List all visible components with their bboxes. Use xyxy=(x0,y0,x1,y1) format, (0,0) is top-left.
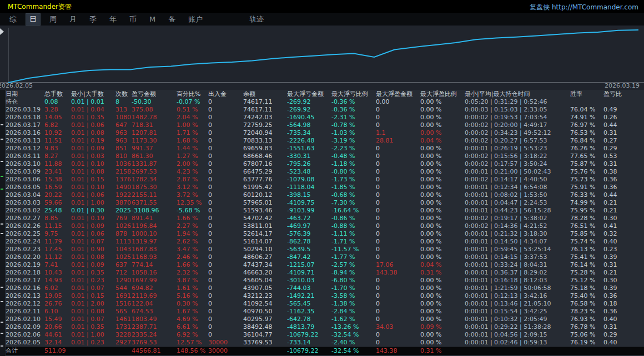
cell: 0.39 xyxy=(603,253,644,261)
cell: 0.01 | 0.08 xyxy=(71,308,115,316)
table-row-2026.02.12[interactable]: 2026.02.1226.760.01 | 2.001516122.040.30… xyxy=(6,300,644,308)
column-header-8: 最大浮亏金额 xyxy=(287,90,331,98)
cell: 3870 xyxy=(115,199,132,207)
cell xyxy=(465,347,570,355)
cell: 2026.03.12 xyxy=(6,145,44,152)
cell: 861.30 xyxy=(132,152,177,160)
cell: 0:00:01 | 0:12:13 | 3:42:16 xyxy=(465,292,570,300)
cell: 851 xyxy=(115,145,132,152)
cell: 0.01 | 0.06 xyxy=(71,191,115,199)
table-row-2026.03.18[interactable]: 2026.03.1814.050.01 | 0.3510801482.782.0… xyxy=(6,114,644,121)
table-row-2026.03.06[interactable]: 2026.03.0615.380.01 | 0.1513761782.342.8… xyxy=(6,176,644,184)
cell: 544 xyxy=(115,284,132,292)
cell: 75.28 % xyxy=(570,269,603,277)
table-row-2026.03.16[interactable]: 2026.03.1610.920.01 | 0.089631207.811.71… xyxy=(6,129,644,137)
cell: 5.16 % xyxy=(177,292,208,300)
cell: 0 xyxy=(376,246,420,253)
cell: 0.39 xyxy=(603,284,644,292)
table-row-2026.02.27[interactable]: 2026.02.278.850.01 | 0.19769891.411.66 %… xyxy=(6,215,644,222)
cell: 0 xyxy=(208,253,243,261)
table-row-2026.02.16[interactable]: 2026.02.166.020.01 | 0.07544694.821.61 %… xyxy=(6,284,644,292)
table-row-2026.02.26[interactable]: 2026.02.2611.150.01 | 0.0910261196.842.2… xyxy=(6,222,644,230)
cell: 0 xyxy=(208,98,243,106)
menu-item-轨迹[interactable]: 轨迹 xyxy=(246,14,267,25)
table-row-2026.02.25[interactable]: 2026.02.259.750.01 | 0.068781000.101.94 … xyxy=(6,230,644,238)
cell: 2026.03.13 xyxy=(6,137,44,145)
cell: 891.41 xyxy=(132,215,177,222)
cell: -0.68 % xyxy=(331,191,376,199)
menu-item-币[interactable]: 币 xyxy=(126,14,140,25)
cell: 2026.03.16 xyxy=(6,129,44,137)
cell: 0.21 xyxy=(603,199,644,207)
table-row-2026.02.13[interactable]: 2026.02.1319.050.01 | 0.1516912119.695.1… xyxy=(6,292,644,300)
column-header-10: 最大浮盈金额 xyxy=(376,90,420,98)
table-row-2026.03.13[interactable]: 2026.03.1311.510.01 | 0.199631173.301.68… xyxy=(6,137,644,145)
cell: 1025 xyxy=(115,253,132,261)
menu-item-季[interactable]: 季 xyxy=(86,14,100,25)
cell: 2335.24 xyxy=(132,331,177,339)
cell: 0.41 xyxy=(603,222,644,230)
left-scroll-strip[interactable] xyxy=(0,90,5,356)
menu-item-综[interactable]: 综 xyxy=(6,14,20,25)
total-row[interactable]: 合计511.0944566.81148.56 %30000-10679.22-3… xyxy=(6,347,644,355)
cell: 0.00 xyxy=(376,98,420,106)
play-cursor-icon xyxy=(0,28,4,35)
table-row-2026.02.20[interactable]: 2026.02.2011.120.01 | 0.0810251168.932.4… xyxy=(6,253,644,261)
cell: 0.31 % xyxy=(420,347,465,355)
cell: 2.27 % xyxy=(177,222,208,230)
menu-item-年[interactable]: 年 xyxy=(106,14,120,25)
strip-tick-mark xyxy=(1,345,3,347)
table-row-2026.02.24[interactable]: 2026.02.2411.790.01 | 0.0711131319.972.6… xyxy=(6,238,644,246)
table-row-2026.03.10[interactable]: 2026.03.1011.880.01 | 0.1010361331.872.0… xyxy=(6,160,644,168)
table-row-持仓[interactable]: 持仓0.080.01 | 0.018-50.30-0.07 %074617.11… xyxy=(6,98,644,106)
cell: 72040.94 xyxy=(243,129,287,137)
cell: 0 xyxy=(208,184,243,191)
cell: 2026.03.17 xyxy=(6,121,44,129)
table-row-2026.02.09[interactable]: 2026.02.0920.660.01 | 0.3517312387.716.6… xyxy=(6,323,644,331)
menu-item-月[interactable]: 月 xyxy=(66,14,80,25)
table-row-2026.02.06[interactable]: 2026.02.0644.610.01 | 1.0032282335.246.9… xyxy=(6,331,644,339)
cell: 76.13 % xyxy=(570,246,603,253)
table-row-2026.03.19[interactable]: 2026.03.193.280.01 | 0.04313375.080.51 %… xyxy=(6,106,644,114)
table-row-2026.02.23[interactable]: 2026.02.2317.450.01 | 0.9010431687.833.4… xyxy=(6,246,644,253)
table-row-2026.03.09[interactable]: 2026.03.0923.410.01 | 0.0821582697.534.2… xyxy=(6,168,644,176)
table-row-2026.03.17[interactable]: 2026.03.176.820.01 | 0.06647718.311.00 %… xyxy=(6,121,644,129)
menu-item-备[interactable]: 备 xyxy=(165,14,179,25)
table-row-2026.03.03[interactable]: 2026.03.0359.660.01 | 1.0038706371.5512.… xyxy=(6,199,644,207)
cell: -733.14 xyxy=(287,339,331,347)
cell: 75.41 % xyxy=(570,253,603,261)
menu-item-日[interactable]: 日 xyxy=(26,14,40,25)
cell: 0.21 xyxy=(603,269,644,277)
cell: 0 xyxy=(376,339,420,347)
cell: 0 xyxy=(208,106,243,114)
cell: 963 xyxy=(115,137,132,145)
cell: 2026.02.18 xyxy=(6,269,44,277)
table-row-2026.03.05[interactable]: 2026.03.0516.590.01 | 0.1014901875.303.1… xyxy=(6,184,644,191)
cell: 2026.02.19 xyxy=(6,261,44,269)
menu-item-M[interactable]: M xyxy=(146,14,159,24)
table-row-2026.03.11[interactable]: 2026.03.118.270.01 | 0.03810861.301.27 %… xyxy=(6,152,644,160)
menu-item-账户[interactable]: 账户 xyxy=(185,14,206,25)
brand-link[interactable]: 复盘侠 http://MTCommander.com xyxy=(530,3,638,12)
table-row-2026.02.19[interactable]: 2026.02.197.410.01 | 0.09637774.141.66 %… xyxy=(6,261,644,269)
table-row-2026.03.12[interactable]: 2026.03.129.830.01 | 0.09851991.371.44 %… xyxy=(6,145,644,152)
table-row-2026.02.17[interactable]: 2026.02.1714.930.01 | 0.2312901697.993.8… xyxy=(6,277,644,284)
cell: 2697.53 xyxy=(132,168,177,176)
table-row-2026.03.04[interactable]: 2026.03.0420.220.01 | 0.0619222155.113.7… xyxy=(6,191,644,199)
menu-item-周[interactable]: 周 xyxy=(46,14,60,25)
cell: 0.29 xyxy=(603,331,644,339)
table-row-2026.03.02[interactable]: 2026.03.0225.480.01 | 0.302025-3108.96-5… xyxy=(6,207,644,215)
cell: -1.70 % xyxy=(331,284,376,292)
cell: 1331.87 xyxy=(132,160,177,168)
table-row-2026.02.18[interactable]: 2026.02.1810.430.01 | 0.357121058.162.32… xyxy=(6,269,644,277)
cell: -0.36 % xyxy=(331,98,376,106)
strip-tick-mark xyxy=(1,124,3,125)
table-row-2026.02.10[interactable]: 2026.02.1015.490.01 | 0.0714611803.494.6… xyxy=(6,316,644,323)
table-row-2026.02.05[interactable]: 2026.02.0532.140.01 | 0.2329273769.5312.… xyxy=(6,339,644,347)
cell: 0:00:01 | 0:44:23 | 56:15:28 xyxy=(465,207,570,215)
cell: -330.31 xyxy=(287,152,331,160)
table-row-2026.02.11[interactable]: 2026.02.116.100.01 | 0.08565674.531.67 %… xyxy=(6,308,644,316)
cell: 0.31 xyxy=(603,323,644,331)
column-header-12: 最小|平均|最大持仓时间 xyxy=(465,90,570,98)
cell: 0.01 | 0.09 xyxy=(71,145,115,152)
